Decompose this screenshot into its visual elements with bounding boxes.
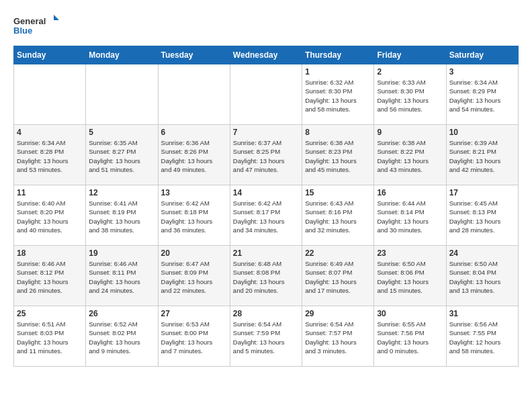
weekday-header: Saturday [446, 46, 518, 64]
day-info: Sunrise: 6:51 AM Sunset: 8:03 PM Dayligh… [17, 320, 83, 355]
day-info: Sunrise: 6:36 AM Sunset: 8:26 PM Dayligh… [161, 138, 227, 174]
calendar-week-row: 25Sunrise: 6:51 AM Sunset: 8:03 PM Dayli… [14, 306, 519, 367]
day-info: Sunrise: 6:38 AM Sunset: 8:23 PM Dayligh… [305, 138, 371, 174]
calendar-cell: 12Sunrise: 6:41 AM Sunset: 8:19 PM Dayli… [86, 185, 158, 246]
day-number: 2 [377, 67, 443, 77]
calendar-cell: 16Sunrise: 6:44 AM Sunset: 8:14 PM Dayli… [374, 185, 446, 246]
calendar-cell: 6Sunrise: 6:36 AM Sunset: 8:26 PM Daylig… [158, 125, 230, 185]
day-number: 1 [305, 67, 371, 77]
calendar-cell [158, 64, 230, 125]
calendar-cell: 31Sunrise: 6:56 AM Sunset: 7:55 PM Dayli… [446, 306, 518, 367]
day-info: Sunrise: 6:41 AM Sunset: 8:19 PM Dayligh… [89, 199, 154, 234]
day-info: Sunrise: 6:54 AM Sunset: 7:59 PM Dayligh… [233, 320, 299, 355]
day-number: 10 [449, 128, 515, 137]
day-number: 19 [89, 248, 154, 258]
day-info: Sunrise: 6:46 AM Sunset: 8:11 PM Dayligh… [89, 259, 154, 295]
weekday-header: Monday [86, 46, 158, 64]
calendar-week-row: 1Sunrise: 6:32 AM Sunset: 8:30 PM Daylig… [14, 64, 519, 125]
calendar-cell: 26Sunrise: 6:52 AM Sunset: 8:02 PM Dayli… [86, 306, 158, 367]
day-number: 11 [17, 188, 83, 197]
day-number: 14 [233, 188, 299, 197]
day-number: 22 [305, 248, 371, 258]
day-number: 23 [377, 248, 443, 258]
weekday-header: Tuesday [158, 46, 230, 64]
day-number: 30 [377, 309, 443, 318]
day-number: 27 [161, 309, 227, 318]
day-number: 4 [17, 128, 83, 137]
day-info: Sunrise: 6:47 AM Sunset: 8:09 PM Dayligh… [161, 259, 227, 295]
day-number: 7 [233, 128, 299, 137]
day-number: 20 [161, 248, 227, 258]
calendar-cell: 2Sunrise: 6:33 AM Sunset: 8:30 PM Daylig… [374, 64, 446, 125]
day-info: Sunrise: 6:42 AM Sunset: 8:18 PM Dayligh… [161, 199, 227, 234]
day-number: 21 [233, 248, 299, 258]
calendar-cell: 24Sunrise: 6:50 AM Sunset: 8:04 PM Dayli… [446, 246, 518, 306]
calendar-cell: 22Sunrise: 6:49 AM Sunset: 8:07 PM Dayli… [302, 246, 374, 306]
day-info: Sunrise: 6:53 AM Sunset: 8:00 PM Dayligh… [161, 320, 227, 355]
calendar-week-row: 4Sunrise: 6:34 AM Sunset: 8:28 PM Daylig… [14, 125, 519, 185]
day-info: Sunrise: 6:49 AM Sunset: 8:07 PM Dayligh… [305, 259, 371, 295]
calendar-cell: 3Sunrise: 6:34 AM Sunset: 8:29 PM Daylig… [446, 64, 518, 125]
calendar-cell: 27Sunrise: 6:53 AM Sunset: 8:00 PM Dayli… [158, 306, 230, 367]
day-info: Sunrise: 6:50 AM Sunset: 8:04 PM Dayligh… [449, 259, 515, 295]
day-number: 12 [89, 188, 154, 197]
day-number: 17 [449, 188, 515, 197]
calendar-cell: 7Sunrise: 6:37 AM Sunset: 8:25 PM Daylig… [230, 125, 302, 185]
day-number: 28 [233, 309, 299, 318]
day-info: Sunrise: 6:45 AM Sunset: 8:13 PM Dayligh… [449, 199, 515, 234]
day-info: Sunrise: 6:56 AM Sunset: 7:55 PM Dayligh… [449, 320, 515, 355]
day-info: Sunrise: 6:32 AM Sunset: 8:30 PM Dayligh… [305, 78, 371, 113]
day-info: Sunrise: 6:55 AM Sunset: 7:56 PM Dayligh… [377, 320, 443, 355]
calendar-week-row: 11Sunrise: 6:40 AM Sunset: 8:20 PM Dayli… [14, 185, 519, 246]
day-number: 13 [161, 188, 227, 197]
logo-svg: General Blue [13, 13, 60, 39]
calendar-cell: 15Sunrise: 6:43 AM Sunset: 8:16 PM Dayli… [302, 185, 374, 246]
day-number: 9 [377, 128, 443, 137]
day-info: Sunrise: 6:37 AM Sunset: 8:25 PM Dayligh… [233, 138, 299, 174]
day-number: 6 [161, 128, 227, 137]
weekday-header: Wednesday [230, 46, 302, 64]
calendar-cell: 23Sunrise: 6:50 AM Sunset: 8:06 PM Dayli… [374, 246, 446, 306]
day-number: 5 [89, 128, 154, 137]
day-info: Sunrise: 6:50 AM Sunset: 8:06 PM Dayligh… [377, 259, 443, 295]
day-info: Sunrise: 6:33 AM Sunset: 8:30 PM Dayligh… [377, 78, 443, 113]
calendar-cell: 8Sunrise: 6:38 AM Sunset: 8:23 PM Daylig… [302, 125, 374, 185]
calendar-cell: 21Sunrise: 6:48 AM Sunset: 8:08 PM Dayli… [230, 246, 302, 306]
day-info: Sunrise: 6:48 AM Sunset: 8:08 PM Dayligh… [233, 259, 299, 295]
day-number: 25 [17, 309, 83, 318]
day-info: Sunrise: 6:43 AM Sunset: 8:16 PM Dayligh… [305, 199, 371, 234]
calendar-cell: 13Sunrise: 6:42 AM Sunset: 8:18 PM Dayli… [158, 185, 230, 246]
calendar-cell: 28Sunrise: 6:54 AM Sunset: 7:59 PM Dayli… [230, 306, 302, 367]
svg-text:Blue: Blue [13, 26, 32, 36]
day-info: Sunrise: 6:44 AM Sunset: 8:14 PM Dayligh… [377, 199, 443, 234]
calendar-cell: 17Sunrise: 6:45 AM Sunset: 8:13 PM Dayli… [446, 185, 518, 246]
day-number: 29 [305, 309, 371, 318]
weekday-header: Sunday [14, 46, 86, 64]
day-number: 3 [449, 67, 515, 77]
day-info: Sunrise: 6:54 AM Sunset: 7:57 PM Dayligh… [305, 320, 371, 355]
day-number: 8 [305, 128, 371, 137]
day-info: Sunrise: 6:39 AM Sunset: 8:21 PM Dayligh… [449, 138, 515, 174]
page-header: General Blue [13, 13, 519, 39]
day-number: 24 [449, 248, 515, 258]
calendar-cell: 1Sunrise: 6:32 AM Sunset: 8:30 PM Daylig… [302, 64, 374, 125]
day-number: 18 [17, 248, 83, 258]
calendar-cell: 25Sunrise: 6:51 AM Sunset: 8:03 PM Dayli… [14, 306, 86, 367]
day-info: Sunrise: 6:40 AM Sunset: 8:20 PM Dayligh… [17, 199, 83, 234]
calendar-cell: 14Sunrise: 6:42 AM Sunset: 8:17 PM Dayli… [230, 185, 302, 246]
calendar-table: SundayMondayTuesdayWednesdayThursdayFrid… [13, 46, 519, 367]
calendar-cell [230, 64, 302, 125]
calendar-cell: 9Sunrise: 6:38 AM Sunset: 8:22 PM Daylig… [374, 125, 446, 185]
calendar-cell: 4Sunrise: 6:34 AM Sunset: 8:28 PM Daylig… [14, 125, 86, 185]
weekday-header: Thursday [302, 46, 374, 64]
calendar-header-row: SundayMondayTuesdayWednesdayThursdayFrid… [14, 46, 519, 64]
calendar-cell: 18Sunrise: 6:46 AM Sunset: 8:12 PM Dayli… [14, 246, 86, 306]
calendar-cell: 10Sunrise: 6:39 AM Sunset: 8:21 PM Dayli… [446, 125, 518, 185]
svg-marker-1 [54, 15, 59, 20]
day-number: 15 [305, 188, 371, 197]
calendar-week-row: 18Sunrise: 6:46 AM Sunset: 8:12 PM Dayli… [14, 246, 519, 306]
svg-text:General: General [13, 16, 46, 26]
day-info: Sunrise: 6:46 AM Sunset: 8:12 PM Dayligh… [17, 259, 83, 295]
day-number: 31 [449, 309, 515, 318]
day-number: 26 [89, 309, 154, 318]
